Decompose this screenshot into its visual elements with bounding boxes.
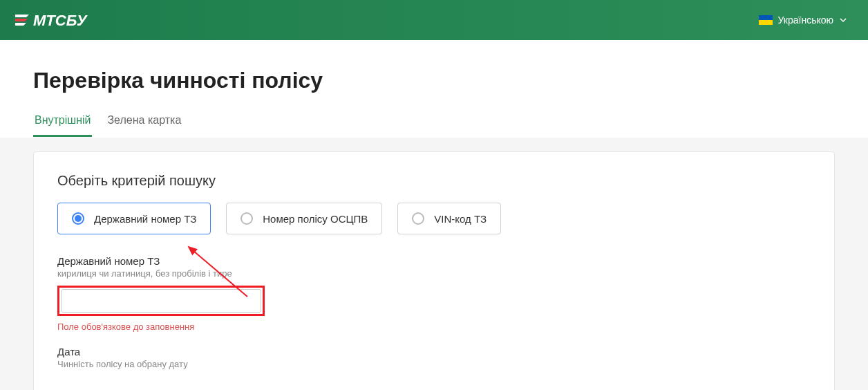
tab-label: Внутрішній xyxy=(35,114,91,126)
logo-text: МТСБУ xyxy=(33,12,88,29)
plate-field-group: Державний номер ТЗ кирилиця чи латиниця,… xyxy=(57,255,811,332)
language-label: Українською xyxy=(778,15,833,26)
plate-label: Державний номер ТЗ xyxy=(57,255,811,267)
date-hint: Чинність полісу на обрану дату xyxy=(57,359,811,369)
page-title: Перевірка чинності полісу xyxy=(33,68,835,93)
page-header: Перевірка чинності полісу Внутрішній Зел… xyxy=(0,40,868,138)
tabs: Внутрішній Зелена картка xyxy=(33,114,835,138)
chevron-down-icon xyxy=(839,16,847,24)
date-label: Дата xyxy=(57,346,811,358)
form-card: Оберіть критерій пошуку Державний номер … xyxy=(33,151,835,390)
radio-label: Номер полісу ОСЦПВ xyxy=(263,213,368,225)
content-area: Оберіть критерій пошуку Державний номер … xyxy=(0,138,868,390)
logo[interactable]: МТСБУ xyxy=(14,10,111,30)
radio-label: VIN-код ТЗ xyxy=(434,213,487,225)
date-field-group: Дата Чинність полісу на обрану дату xyxy=(57,346,811,369)
tab-internal[interactable]: Внутрішній xyxy=(33,114,92,137)
radio-vin-code[interactable]: VIN-код ТЗ xyxy=(397,203,501,234)
top-header: МТСБУ Українською xyxy=(0,0,868,40)
section-title: Оберіть критерій пошуку xyxy=(57,173,811,189)
radio-plate-number[interactable]: Державний номер ТЗ xyxy=(57,203,211,234)
plate-input[interactable] xyxy=(61,289,261,313)
radio-label: Державний номер ТЗ xyxy=(94,213,196,225)
flag-icon xyxy=(759,15,773,25)
plate-error: Поле обов'язкове до заповнення xyxy=(57,322,811,332)
criteria-radio-group: Державний номер ТЗ Номер полісу ОСЦПВ VI… xyxy=(57,203,811,234)
radio-policy-number[interactable]: Номер полісу ОСЦПВ xyxy=(226,203,382,234)
radio-icon xyxy=(412,212,424,225)
annotation-highlight-box xyxy=(57,286,265,316)
language-selector[interactable]: Українською xyxy=(752,10,854,30)
tab-green-card[interactable]: Зелена картка xyxy=(106,114,182,137)
radio-icon xyxy=(72,212,84,225)
logo-icon: МТСБУ xyxy=(14,10,111,30)
tab-label: Зелена картка xyxy=(107,114,181,126)
plate-hint: кирилиця чи латиниця, без пробілів і тир… xyxy=(57,268,811,279)
radio-icon xyxy=(240,212,253,225)
